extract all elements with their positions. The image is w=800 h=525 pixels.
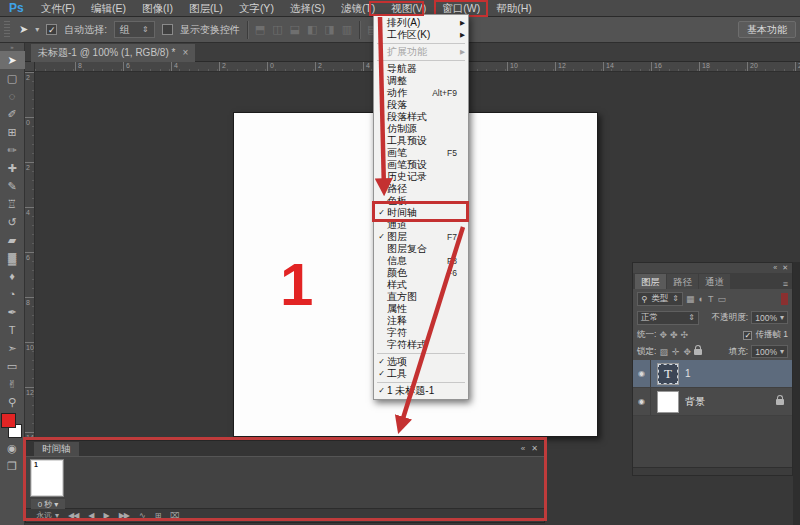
window-menu-item[interactable]: 图层复合 — [374, 243, 468, 255]
lock-transparent-pixels-icon[interactable]: ▨ — [659, 347, 668, 357]
menu-bar-item[interactable]: 文件(F) — [33, 0, 83, 17]
window-menu-item[interactable]: 调整 — [374, 75, 468, 87]
visibility-eye-icon[interactable]: ◉ — [633, 388, 651, 415]
window-menu-item[interactable]: 字符 — [374, 327, 468, 339]
layer-name[interactable]: 背景 — [685, 395, 705, 409]
panel-tab[interactable]: 图层 — [635, 274, 666, 289]
window-menu-item[interactable]: 属性 — [374, 303, 468, 315]
window-menu-item[interactable]: 仿制源 — [374, 123, 468, 135]
zoom-tool[interactable]: ⚲ — [1, 393, 24, 411]
timeline-tab[interactable]: 时间轴 — [34, 442, 79, 456]
blur-tool[interactable]: ♦ — [1, 267, 24, 285]
text-layer-thumbnail[interactable]: T — [657, 363, 679, 385]
filter-shape-layers-icon[interactable]: ▭ — [717, 294, 726, 304]
rectangular-marquee-tool[interactable]: ▢ — [1, 69, 24, 87]
background-layer-thumbnail[interactable] — [657, 391, 679, 413]
previous-frame-icon[interactable]: ◀ — [88, 511, 93, 520]
next-frame-icon[interactable]: ▶▶ — [119, 511, 129, 520]
animation-frame-thumbnail[interactable]: 1 — [31, 460, 63, 496]
align-vertical-centers-icon[interactable]: ◫ — [272, 23, 282, 36]
close-dock-icon[interactable]: ✕ — [782, 264, 788, 272]
window-menu-item[interactable]: 色板 — [374, 195, 468, 207]
lock-position-icon[interactable]: ✥ — [683, 347, 691, 357]
panel-tab[interactable]: 通道 — [699, 274, 730, 289]
frame-duration-dropdown[interactable]: 0 秒 ▾ — [31, 499, 65, 509]
window-menu-item[interactable]: 直方图 — [374, 291, 468, 303]
window-menu-item[interactable]: 样式 — [374, 279, 468, 291]
window-menu-item[interactable]: 画笔 F5 — [374, 147, 468, 159]
menu-bar-item[interactable]: 编辑(E) — [83, 0, 134, 17]
workspace-switcher-button[interactable]: 基本功能 — [738, 21, 796, 38]
document-tab[interactable]: 未标题-1 @ 100% (1, RGB/8) * × — [31, 44, 195, 62]
window-menu-item[interactable]: 动作 Alt+F9 — [374, 87, 468, 99]
tween-icon[interactable]: ∿ — [139, 511, 145, 520]
window-menu-item[interactable]: 信息 F8 — [374, 255, 468, 267]
auto-select-dropdown[interactable]: 组 ⇕ — [114, 21, 155, 38]
quick-selection-tool[interactable]: ✐ — [1, 105, 24, 123]
window-menu-item[interactable]: 路径 — [374, 183, 468, 195]
move-tool[interactable]: ➤ — [0, 51, 25, 69]
eyedropper-tool[interactable]: ✏ — [1, 141, 24, 159]
filter-type-layers-icon[interactable]: T — [708, 294, 714, 304]
clone-stamp-tool[interactable]: ♖ — [1, 195, 24, 213]
visibility-eye-icon[interactable]: ◉ — [633, 360, 651, 387]
close-document-icon[interactable]: × — [182, 44, 188, 62]
align-horizontal-centers-icon[interactable]: ◨ — [324, 23, 334, 36]
delete-frame-icon[interactable]: ⌧ — [170, 511, 178, 520]
auto-select-checkbox[interactable]: ✓ — [46, 24, 57, 35]
collapse-panel-icon[interactable]: « — [521, 444, 525, 453]
loop-count-dropdown[interactable]: 永远 ▾ — [36, 510, 59, 521]
opacity-dropdown[interactable]: 100% ▾ — [751, 311, 788, 324]
eraser-tool[interactable]: ▰ — [1, 231, 24, 249]
filter-type-dropdown[interactable]: ⚲ 类型 ⇕ — [637, 292, 683, 306]
gradient-tool[interactable]: ▓ — [1, 249, 24, 267]
rectangle-tool[interactable]: ▭ — [1, 357, 24, 375]
window-menu-item[interactable]: 工具预设 — [374, 135, 468, 147]
unify-position-icon[interactable]: ✥ — [659, 330, 667, 340]
layer-row-background[interactable]: ◉ 背景 — [633, 388, 792, 416]
layer-name[interactable]: 1 — [685, 368, 691, 379]
panel-menu-icon[interactable]: ≡ — [779, 279, 792, 289]
panel-tab[interactable]: 路径 — [667, 274, 698, 289]
align-top-edges-icon[interactable]: ⬒ — [255, 23, 265, 36]
screen-mode-icon[interactable]: ❐ — [1, 457, 24, 475]
crop-tool[interactable]: ⊞ — [1, 123, 24, 141]
window-menu-item[interactable]: 历史记录 — [374, 171, 468, 183]
menu-bar-item[interactable]: 文字(Y) — [231, 0, 282, 17]
window-menu-item[interactable]: ✓ 工具 — [374, 368, 468, 380]
window-menu-item[interactable]: 导航器 — [374, 63, 468, 75]
window-menu-item[interactable]: 字符样式 — [374, 339, 468, 351]
dodge-tool[interactable]: ◔ — [1, 285, 24, 303]
menu-bar-item[interactable]: 选择(S) — [282, 0, 333, 17]
filter-pixel-layers-icon[interactable]: ▦ — [686, 294, 695, 304]
filter-adjustment-layers-icon[interactable]: ◐ — [698, 294, 703, 304]
lock-image-pixels-icon[interactable]: ✛ — [672, 347, 680, 357]
pen-tool[interactable]: ✒ — [1, 303, 24, 321]
show-transform-checkbox[interactable] — [162, 24, 173, 35]
collapse-dock-icon[interactable]: « — [773, 264, 777, 272]
blend-mode-dropdown[interactable]: 正常 ⇕ — [637, 311, 699, 325]
first-frame-icon[interactable]: ◀◀ — [68, 511, 78, 520]
play-icon[interactable]: ▶ — [103, 511, 108, 520]
menu-bar-item[interactable]: 帮助(H) — [488, 0, 540, 17]
window-menu-item[interactable]: ✓ 1 未标题-1 — [374, 385, 468, 397]
window-menu-item[interactable]: ✓ 时间轴 — [374, 207, 468, 219]
lock-all-icon[interactable] — [694, 349, 702, 355]
window-menu-item[interactable]: ✓ 图层 F7 — [374, 231, 468, 243]
align-bottom-edges-icon[interactable]: ⬓ — [290, 23, 300, 36]
new-frame-icon[interactable]: ⊞ — [155, 511, 161, 520]
window-menu-item[interactable]: 段落 — [374, 99, 468, 111]
foreground-color-swatch[interactable] — [1, 413, 16, 428]
window-menu-item[interactable]: ✓ 选项 — [374, 356, 468, 368]
window-menu-item[interactable]: 扩展功能 ▶ — [374, 46, 468, 58]
filter-toggle[interactable] — [781, 293, 788, 305]
window-menu-item[interactable]: 注释 — [374, 315, 468, 327]
menu-bar-item[interactable]: 图层(L) — [181, 0, 231, 17]
type-tool[interactable]: T — [1, 321, 24, 339]
window-menu-item[interactable]: 画笔预设 — [374, 159, 468, 171]
grip-handle-icon[interactable] — [4, 21, 10, 39]
history-brush-tool[interactable]: ↺ — [1, 213, 24, 231]
window-menu-item[interactable]: 通道 — [374, 219, 468, 231]
path-selection-tool[interactable]: ➣ — [1, 339, 24, 357]
align-left-edges-icon[interactable]: ◧ — [307, 23, 317, 36]
